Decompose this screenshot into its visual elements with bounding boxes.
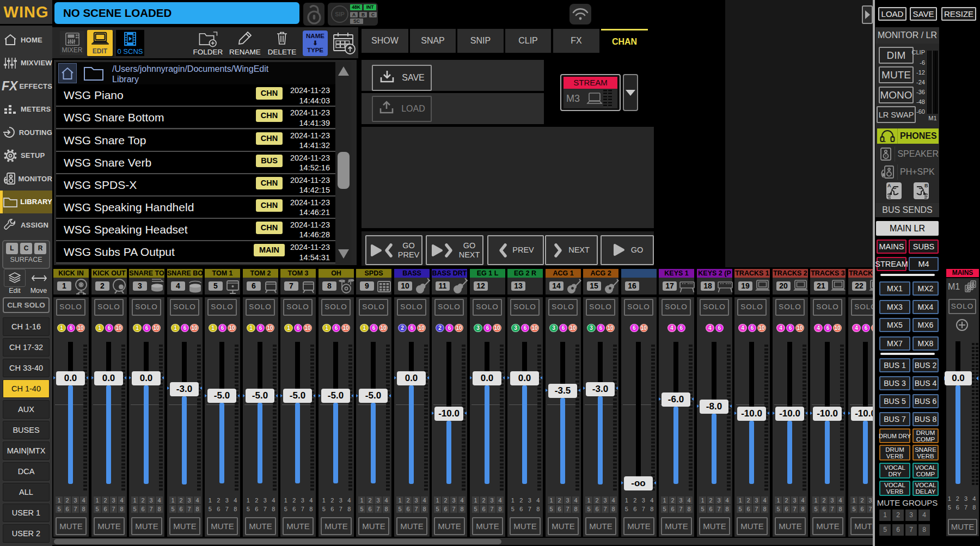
svg-text:B: B xyxy=(924,183,928,188)
svg-text:A: A xyxy=(887,183,891,188)
